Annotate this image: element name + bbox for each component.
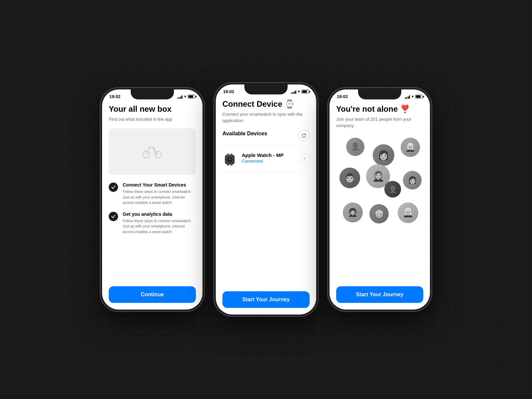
notch-1: [131, 89, 174, 99]
wifi-icon-2: ▾: [298, 89, 300, 94]
section-title: Available Devices: [222, 131, 267, 137]
svg-rect-8: [227, 164, 229, 166]
phones-container: 19:02 ▾ Your all new box Find ou: [101, 83, 431, 316]
avatar-center: 👤: [384, 181, 401, 198]
phone2-title: Connect Device ⌚: [222, 99, 310, 109]
phone2-subtitle: Connect your smartwatch to sync with the…: [222, 111, 310, 124]
device-status: Connected: [242, 159, 263, 164]
battery-icon-3: [415, 95, 423, 98]
phone1-subtitle: Find out what included in the app: [109, 116, 196, 123]
avatar-4: 👨: [339, 168, 360, 188]
check-icon-2: [109, 212, 118, 221]
feature-text-1: Connect Your Smart Devices Follow these …: [123, 182, 196, 205]
phone-3: 19:02 ▾ You're not alone ❣️ Join: [328, 88, 431, 311]
start-journey-button-3[interactable]: Start Your Journey: [336, 286, 423, 303]
refresh-button[interactable]: [298, 130, 310, 141]
phone1-title: Your all new box: [109, 104, 196, 114]
bike-icon: [142, 143, 162, 161]
phone-2: 19:02 ▾ Connect Device ⌚ Connect: [214, 83, 318, 316]
battery-icon-1: [188, 95, 195, 98]
battery-icon-2: [302, 90, 309, 93]
notch-3: [358, 89, 401, 99]
signal-icon-3: [405, 95, 410, 99]
svg-rect-9: [230, 164, 232, 166]
feature-item-1: Connect Your Smart Devices Follow these …: [109, 182, 196, 205]
check-icon-1: [109, 183, 118, 192]
avatar-7: 👩‍🦱: [343, 202, 363, 222]
avatar-9: 👩‍🦳: [398, 202, 418, 223]
continue-button[interactable]: Continue: [109, 286, 196, 303]
signal-icon-2: [291, 90, 297, 94]
feature-item-2: Get you analytics data Follow these step…: [109, 211, 196, 235]
devices-header: Available Devices: [222, 130, 310, 141]
phone3-title: You're not alone ❣️: [336, 104, 423, 114]
watch-icon: [222, 151, 237, 166]
wifi-icon-1: ▾: [184, 94, 186, 99]
notch-2: [244, 84, 288, 94]
avatar-2: 👩: [373, 144, 394, 166]
avatar-6: 👩: [403, 171, 422, 190]
divider-bottom: [222, 171, 310, 171]
phone1-hero-image: [109, 128, 196, 175]
svg-point-3: [152, 147, 153, 148]
status-icons-3: ▾: [405, 94, 423, 99]
phone3-subtitle: Join your team of 251 people from your c…: [336, 116, 423, 129]
device-info: Apple Watch - MP Connected: [242, 152, 284, 164]
svg-rect-7: [230, 154, 232, 156]
status-time-2: 19:02: [223, 89, 234, 94]
feature-text-2: Get you analytics data Follow these step…: [123, 211, 196, 235]
wifi-icon-3: ▾: [412, 94, 414, 99]
device-item: Apple Watch - MP Connected: [222, 147, 310, 170]
status-time-1: 19:02: [109, 94, 120, 99]
signal-icon-1: [177, 95, 183, 99]
avatar-3: 👱‍♀️: [401, 138, 420, 157]
avatar-8: 👴: [369, 204, 389, 223]
phone-1: 19:02 ▾ Your all new box Find ou: [101, 88, 204, 311]
divider: [222, 145, 310, 146]
avatars-grid: 👤 👩 👱‍♀️ 👨 👩‍🦰: [336, 138, 423, 286]
status-icons-2: ▾: [291, 89, 309, 94]
status-time-3: 19:02: [337, 94, 348, 99]
device-arrow-button[interactable]: [300, 153, 310, 163]
status-icons-1: ▾: [177, 94, 196, 99]
start-journey-button-2[interactable]: Start Your Journey: [222, 291, 310, 308]
avatar-1: 👤: [346, 138, 364, 156]
device-name: Apple Watch - MP: [242, 152, 284, 158]
svg-rect-6: [227, 154, 229, 156]
